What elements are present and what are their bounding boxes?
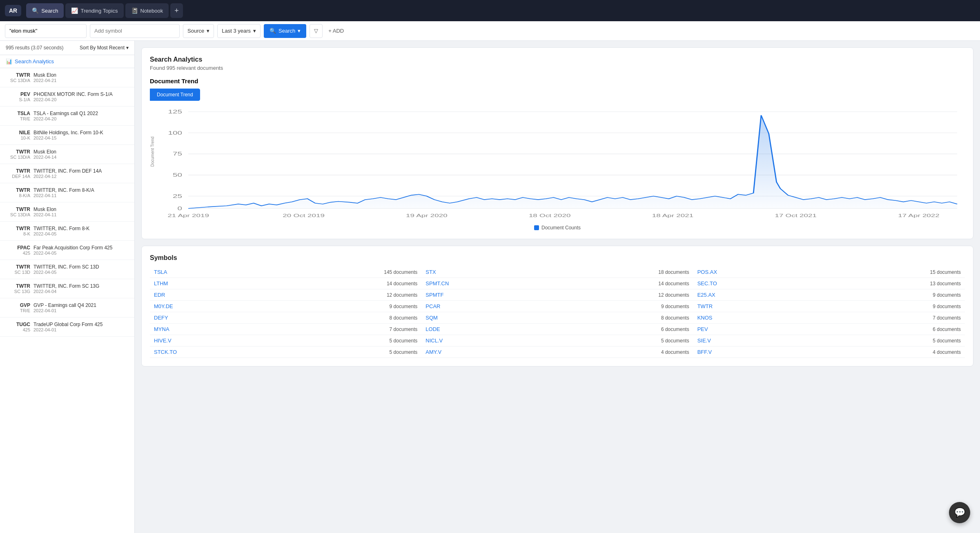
doc-date: 2022-04-20: [33, 97, 129, 102]
list-item: DEFY 8 documents: [150, 312, 421, 324]
doc-ticker: TWTR: [6, 283, 30, 289]
symbol-name[interactable]: AMY.V: [425, 349, 441, 355]
symbol-name[interactable]: SEC.TO: [697, 280, 717, 286]
chart-tab-document-trend[interactable]: Document Trend: [150, 89, 200, 101]
doc-form: 8-K/A: [6, 193, 30, 198]
tab-notebook[interactable]: 📓 Notebook: [125, 3, 169, 18]
main-search-input[interactable]: [5, 24, 87, 38]
symbol-name[interactable]: POS.AX: [697, 269, 717, 275]
svg-text:0: 0: [178, 206, 183, 211]
chat-icon: 💬: [954, 507, 965, 518]
symbol-name[interactable]: TSLA: [154, 269, 167, 275]
search-chevron-icon: ▾: [298, 28, 301, 34]
symbol-name[interactable]: SPMT.CN: [425, 280, 449, 286]
add-filter-button[interactable]: + ADD: [326, 25, 346, 36]
doc-title: TWITTER, INC. Form DEF 14A: [33, 168, 129, 174]
symbol-name[interactable]: STX: [425, 269, 436, 275]
source-label: Source: [187, 28, 204, 34]
source-chevron-icon: ▾: [207, 28, 209, 34]
analytics-card: Search Analytics Found 995 relevant docu…: [141, 47, 973, 239]
list-item: LTHM 14 documents: [150, 278, 421, 289]
chart-legend: Document Counts: [150, 225, 965, 231]
doc-date: 2022-04-01: [33, 308, 129, 313]
doc-form: SC 13D: [6, 270, 30, 275]
doc-ticker: GVP: [6, 302, 30, 308]
symbol-name[interactable]: BFF.V: [697, 349, 712, 355]
doc-date: 2022-04-05: [33, 231, 129, 236]
doc-form: 8-K: [6, 231, 30, 236]
years-dropdown[interactable]: Last 3 years ▾: [217, 24, 261, 38]
symbol-name[interactable]: SQM: [425, 315, 438, 321]
table-row[interactable]: TWTR SC 13D TWITTER, INC. Form SC 13D 20…: [0, 260, 134, 279]
results-header: 995 results (3.07 seconds) Sort By Most …: [0, 41, 134, 55]
table-row[interactable]: TWTR SC 13D/A Musk Elon 2022-04-11: [0, 202, 134, 222]
analytics-link-label: Search Analytics: [15, 58, 54, 64]
symbol-name[interactable]: LODE: [425, 326, 440, 332]
doc-date: 2022-04-21: [33, 78, 129, 83]
table-row[interactable]: FPAC 425 Far Peak Acquisition Corp Form …: [0, 241, 134, 260]
table-row[interactable]: GVP TR/E GVP - Earnings call Q4 2021 202…: [0, 298, 134, 318]
chart-area: Document Trend 125 100 75 50 25 0: [150, 107, 965, 222]
symbol-count: 145 documents: [384, 269, 417, 275]
chart-tab-label: Document Trend: [157, 92, 193, 98]
analytics-link[interactable]: 📊 Search Analytics: [0, 55, 134, 68]
doc-form: 425: [6, 327, 30, 332]
svg-text:100: 100: [168, 130, 183, 135]
search-icon: 🔍: [270, 28, 276, 34]
table-row[interactable]: TSLA TR/E TSLA - Earnings call Q1 2022 2…: [0, 107, 134, 126]
symbol-name[interactable]: TWTR: [697, 303, 713, 309]
filter-button[interactable]: ▽: [310, 24, 323, 38]
tab-notebook-label: Notebook: [140, 8, 163, 14]
symbol-input[interactable]: [90, 24, 180, 38]
symbol-name[interactable]: DEFY: [154, 315, 168, 321]
list-item: MYNA 7 documents: [150, 324, 421, 335]
top-navigation: AR 🔍 Search 📈 Trending Topics 📓 Notebook…: [0, 0, 980, 21]
symbol-count: 18 documents: [658, 269, 689, 275]
list-item: E25.AX 9 documents: [693, 289, 965, 301]
table-row[interactable]: TWTR SC 13G TWITTER, INC. Form SC 13G 20…: [0, 279, 134, 298]
svg-text:17 Apr 2022: 17 Apr 2022: [898, 213, 940, 218]
table-row[interactable]: NILE 10-K BitNile Holdings, Inc. Form 10…: [0, 126, 134, 145]
symbol-name[interactable]: HIVE.V: [154, 338, 172, 344]
table-row[interactable]: TWTR 8-K TWITTER, INC. Form 8-K 2022-04-…: [0, 222, 134, 241]
symbol-count: 8 documents: [390, 315, 418, 321]
add-tab-button[interactable]: +: [170, 3, 183, 18]
symbol-name[interactable]: M0Y.DE: [154, 303, 173, 309]
source-dropdown[interactable]: Source ▾: [183, 24, 214, 38]
table-row[interactable]: TWTR 8-K/A TWITTER, INC. Form 8-K/A 2022…: [0, 183, 134, 202]
chart-tab-bar: Document Trend: [150, 89, 965, 101]
chat-button[interactable]: 💬: [949, 502, 970, 523]
search-button-label: Search: [278, 28, 295, 34]
symbol-count: 9 documents: [933, 304, 961, 309]
symbol-name[interactable]: PEV: [697, 326, 708, 332]
symbol-name[interactable]: NICL.V: [425, 338, 443, 344]
table-row[interactable]: PEV S-1/A PHOENIX MOTOR INC. Form S-1/A …: [0, 87, 134, 107]
search-button[interactable]: 🔍 Search ▾: [264, 24, 306, 38]
symbol-count: 5 documents: [390, 349, 418, 355]
symbol-count: 7 documents: [390, 326, 418, 332]
tab-trending[interactable]: 📈 Trending Topics: [65, 3, 123, 18]
symbol-name[interactable]: SIE.V: [697, 338, 711, 344]
symbol-name[interactable]: E25.AX: [697, 292, 715, 298]
symbol-name[interactable]: EDR: [154, 292, 165, 298]
svg-text:21 Apr 2019: 21 Apr 2019: [167, 213, 209, 218]
sort-dropdown[interactable]: Sort By Most Recent ▾: [80, 45, 129, 51]
table-row[interactable]: TWTR DEF 14A TWITTER, INC. Form DEF 14A …: [0, 164, 134, 183]
svg-text:20 Oct 2019: 20 Oct 2019: [283, 213, 325, 218]
doc-form: TR/E: [6, 116, 30, 121]
table-row[interactable]: TUGC 425 TradeUP Global Corp Form 425 20…: [0, 318, 134, 337]
logo-button[interactable]: AR: [5, 5, 21, 16]
doc-title: BitNile Holdings, Inc. Form 10-K: [33, 130, 129, 135]
symbol-name[interactable]: MYNA: [154, 326, 169, 332]
tab-search[interactable]: 🔍 Search: [26, 3, 64, 18]
doc-form: SC 13D/A: [6, 155, 30, 160]
table-row[interactable]: TWTR SC 13D/A Musk Elon 2022-04-14: [0, 145, 134, 164]
symbol-name[interactable]: KNOS: [697, 315, 713, 321]
symbol-name[interactable]: PCAR: [425, 303, 440, 309]
list-item: STX 18 documents: [421, 266, 693, 278]
symbol-name[interactable]: SPMTF: [425, 292, 443, 298]
symbol-name[interactable]: STCK.TO: [154, 349, 177, 355]
symbol-name[interactable]: LTHM: [154, 280, 168, 286]
symbol-count: 6 documents: [933, 326, 961, 332]
table-row[interactable]: TWTR SC 13D/A Musk Elon 2022-04-21: [0, 68, 134, 87]
